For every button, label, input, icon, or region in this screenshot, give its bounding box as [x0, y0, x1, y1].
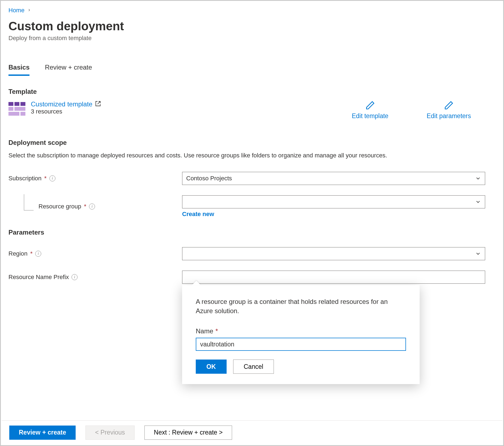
- template-resource-count: 3 resources: [31, 108, 101, 115]
- chevron-down-icon: [475, 199, 481, 205]
- create-resource-group-popover: A resource group is a container that hol…: [182, 285, 420, 384]
- template-heading: Template: [8, 88, 496, 95]
- info-icon[interactable]: i: [89, 203, 95, 209]
- tree-connector: [24, 194, 34, 211]
- edit-template-button[interactable]: Edit template: [352, 100, 388, 120]
- page-title: Custom deployment: [8, 19, 496, 33]
- template-icon: [8, 102, 25, 116]
- popover-ok-button[interactable]: OK: [196, 360, 227, 374]
- region-select[interactable]: [182, 247, 485, 260]
- parameters-heading: Parameters: [8, 229, 496, 236]
- popover-cancel-button[interactable]: Cancel: [233, 360, 274, 374]
- breadcrumb-home-link[interactable]: Home: [8, 7, 25, 14]
- page-subtitle: Deploy from a custom template: [8, 35, 496, 42]
- pencil-icon: [444, 100, 454, 110]
- external-link-icon: [95, 101, 101, 108]
- footer-bar: Review + create < Previous Next : Review…: [2, 420, 502, 444]
- edit-parameters-button[interactable]: Edit parameters: [427, 100, 471, 120]
- info-icon[interactable]: i: [72, 274, 78, 280]
- resource-name-prefix-label: Resource Name Prefix i: [8, 274, 182, 281]
- tab-basics[interactable]: Basics: [8, 64, 29, 76]
- subscription-label: Subscription * i: [8, 175, 182, 182]
- breadcrumb: Home: [8, 7, 496, 14]
- popover-name-label: Name *: [196, 327, 406, 335]
- scope-heading: Deployment scope: [8, 139, 496, 146]
- resource-group-label: Resource group * i: [38, 203, 182, 210]
- scope-description: Select the subscription to manage deploy…: [8, 151, 456, 160]
- create-new-link[interactable]: Create new: [182, 211, 214, 218]
- edit-parameters-label: Edit parameters: [427, 112, 471, 120]
- resource-name-prefix-input[interactable]: [182, 271, 485, 284]
- pencil-icon: [365, 100, 375, 110]
- resource-group-select[interactable]: [182, 195, 485, 208]
- popover-description: A resource group is a container that hol…: [196, 297, 406, 315]
- previous-button[interactable]: < Previous: [85, 426, 134, 440]
- edit-template-label: Edit template: [352, 112, 388, 120]
- chevron-down-icon: [475, 175, 481, 181]
- chevron-down-icon: [475, 251, 481, 257]
- customized-template-link[interactable]: Customized template: [31, 100, 92, 108]
- next-button[interactable]: Next : Review + create >: [144, 426, 232, 440]
- tab-review-create[interactable]: Review + create: [45, 64, 92, 76]
- review-create-button[interactable]: Review + create: [9, 426, 76, 440]
- chevron-right-icon: [27, 8, 31, 13]
- tabs: Basics Review + create: [8, 64, 496, 76]
- subscription-value: Contoso Projects: [186, 175, 232, 182]
- subscription-select[interactable]: Contoso Projects: [182, 172, 485, 185]
- region-label: Region * i: [8, 250, 182, 257]
- popover-name-input[interactable]: [196, 338, 406, 351]
- info-icon[interactable]: i: [35, 251, 41, 257]
- info-icon[interactable]: i: [49, 175, 55, 181]
